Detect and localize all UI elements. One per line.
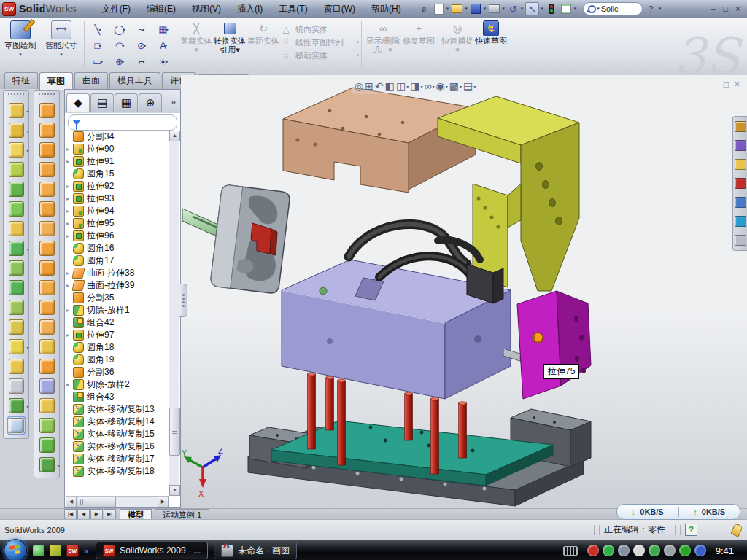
propertymanager-tab-icon[interactable]: ▤ xyxy=(90,93,114,112)
update-check-icon[interactable] xyxy=(618,545,630,556)
tree-item[interactable]: ▸ 分割36 xyxy=(66,366,169,378)
print-button[interactable] xyxy=(488,4,500,15)
solidworks-quick-launch-icon[interactable]: SW xyxy=(66,545,79,557)
rectangle-icon[interactable]: □▾ xyxy=(87,37,109,53)
circle-icon[interactable]: ◯▾ xyxy=(109,21,131,37)
tree-item[interactable]: ▸ 实体-移动/复制14 xyxy=(66,416,169,428)
tree-item[interactable]: ▸ 曲面-拉伸39 xyxy=(66,279,169,292)
tree-filter-bar[interactable] xyxy=(68,114,177,131)
polygon-icon[interactable]: ⊕▾ xyxy=(109,53,131,69)
taskbar-window-button[interactable]: 未命名 - 画图 xyxy=(214,542,297,559)
slot-icon[interactable]: ▭▾ xyxy=(87,53,109,69)
move-copy-body-icon[interactable]: ▾ xyxy=(9,319,24,335)
last-tab-button[interactable]: ▶| xyxy=(104,509,116,520)
dome-icon[interactable]: ▾ xyxy=(39,438,55,453)
command-tab[interactable]: 曲面 xyxy=(74,72,108,89)
menu-item[interactable]: 窗口(W) xyxy=(317,1,362,18)
smart-dimension-button[interactable]: ⟷ 智能尺寸▾ xyxy=(41,18,82,74)
sync-status-icon[interactable] xyxy=(694,545,706,556)
section-view-icon[interactable]: ◧▾ xyxy=(385,80,395,92)
download-manager-icon[interactable] xyxy=(649,545,660,556)
scrollbar-thumb[interactable] xyxy=(77,497,116,508)
view-settings-icon[interactable]: ▤▾ xyxy=(463,80,476,92)
sketch-fillet-icon[interactable]: ⌐▾ xyxy=(131,53,152,69)
linear-pattern-icon[interactable]: ▾ xyxy=(9,241,24,256)
command-tab[interactable]: 模具工具 xyxy=(109,72,160,89)
edit-appearance-icon[interactable]: ◉▾ xyxy=(436,80,447,92)
boss-icon[interactable]: ▾ xyxy=(9,260,24,276)
scroll-left-button[interactable]: ◀ xyxy=(66,497,77,508)
untrim-surface-icon[interactable]: ▾ xyxy=(39,378,55,394)
tree-item[interactable]: ▸ 实体-移动/复制15 xyxy=(66,428,169,440)
tree-item[interactable]: ▸ 切除-放样1 xyxy=(66,304,169,316)
pin-icon[interactable]: ⌀ xyxy=(418,4,430,15)
custom-properties-icon[interactable] xyxy=(735,235,746,246)
tree-item[interactable]: ▸ 实体-移动/复制17 xyxy=(66,453,169,465)
expand-arrow-icon[interactable]: ▸ xyxy=(66,233,73,239)
expand-arrow-icon[interactable]: ▸ xyxy=(66,208,73,214)
tag-icon[interactable] xyxy=(730,523,743,537)
dimxpertmanager-tab-icon[interactable]: ⊕ xyxy=(139,93,162,112)
new-document-button[interactable] xyxy=(433,4,445,15)
security-shield-icon[interactable] xyxy=(603,545,614,556)
delete-face-icon[interactable]: ▾ xyxy=(39,300,55,315)
offset-surface-icon[interactable]: ▾ xyxy=(39,221,55,236)
plane-icon[interactable]: ▾ xyxy=(9,359,24,374)
curve-icon[interactable]: ▾ xyxy=(9,398,24,413)
doc-close-button[interactable]: × xyxy=(735,79,740,90)
options-button[interactable] xyxy=(560,4,573,15)
tree-item[interactable]: ▸ 拉伸93 xyxy=(66,192,169,205)
first-tab-button[interactable]: |◀ xyxy=(64,509,77,520)
tree-horizontal-scrollbar[interactable]: ◀ ▶ xyxy=(66,496,169,507)
app-quick-launch-icon[interactable] xyxy=(50,545,61,556)
menu-item[interactable]: 工具(T) xyxy=(272,1,314,18)
expand-arrow-icon[interactable]: ▸ xyxy=(66,195,73,202)
scroll-down-button[interactable]: ▼ xyxy=(169,485,180,496)
tree-item[interactable]: ▸ 拉伸96 xyxy=(66,230,169,242)
select-button[interactable]: ↖ xyxy=(525,2,539,15)
hole-wizard-icon[interactable]: ▾ xyxy=(9,221,24,236)
tree-item[interactable]: ▸ 圆角16 xyxy=(66,242,169,254)
extruded-surface-icon[interactable]: ▾ xyxy=(39,142,55,158)
tree-item[interactable]: ▸ 切除-放样2 xyxy=(66,378,169,391)
view-previous-icon[interactable]: ↶▾ xyxy=(375,80,384,92)
text-icon[interactable]: A▾ xyxy=(152,37,174,53)
spline-icon[interactable]: ~▾ xyxy=(131,21,152,37)
tree-item[interactable]: ▸ 圆角19 xyxy=(66,354,169,366)
menu-item[interactable]: 帮助(H) xyxy=(365,1,408,18)
expand-arrow-icon[interactable]: ▸ xyxy=(66,332,73,338)
messenger-quick-launch-icon[interactable] xyxy=(33,545,44,556)
trim-surface-icon[interactable]: ▾ xyxy=(39,359,55,374)
combine-icon[interactable]: ▾ xyxy=(9,300,24,315)
planar-surface-icon[interactable]: ▾ xyxy=(39,201,55,217)
hide-show-items-icon[interactable]: ∞▾ xyxy=(424,80,434,92)
menu-item[interactable]: 编辑(E) xyxy=(140,1,182,18)
scroll-up-button[interactable]: ▲ xyxy=(169,131,180,141)
swept-surface-icon[interactable]: ▾ xyxy=(39,103,55,118)
motion-study-tab[interactable]: 运动算例 1 xyxy=(155,509,209,520)
rib-icon[interactable]: ▾ xyxy=(9,162,24,177)
reference-curve-icon[interactable]: ▾ xyxy=(39,457,55,472)
tree-item[interactable]: ▸ 实体-移动/复制18 xyxy=(66,465,169,478)
menu-item[interactable]: 文件(F) xyxy=(96,1,137,18)
tree-item[interactable]: ▸ 拉伸91 xyxy=(66,155,169,168)
tree-item[interactable]: ▸ 圆角15 xyxy=(66,168,169,180)
taskbar-window-button[interactable]: SW SolidWorks 2009 - ... xyxy=(96,542,208,559)
filled-surface-icon[interactable]: ▾ xyxy=(39,182,55,197)
solidworks-search-icon[interactable] xyxy=(735,178,746,189)
menu-item[interactable]: 插入(I) xyxy=(231,1,269,18)
extrude-cut-icon[interactable]: ▾ xyxy=(9,122,24,138)
knit-surface-icon[interactable]: ▾ xyxy=(39,398,55,413)
arc-icon[interactable]: ◠▾ xyxy=(109,37,131,53)
health-shield-icon[interactable] xyxy=(679,545,691,556)
help-button[interactable]: ? xyxy=(645,4,657,15)
tree-item[interactable]: ▸ 圆角18 xyxy=(66,341,169,354)
input-language-icon[interactable] xyxy=(563,546,578,556)
axis-icon[interactable]: ▾ xyxy=(9,378,24,394)
display-style-icon[interactable]: ◨▾ xyxy=(410,80,422,92)
scroll-right-button[interactable]: ▶ xyxy=(158,497,169,508)
tree-item[interactable]: ▸ 分割35 xyxy=(66,292,169,304)
antivirus-shield-icon[interactable] xyxy=(587,545,599,556)
tree-item[interactable]: ▸ 拉伸92 xyxy=(66,180,169,192)
expand-arrow-icon[interactable]: ▸ xyxy=(66,158,73,165)
